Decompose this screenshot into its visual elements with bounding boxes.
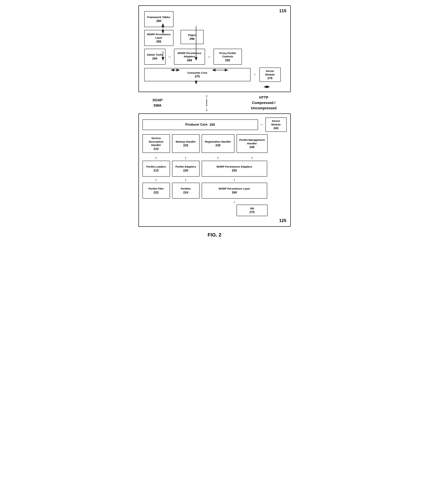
consumer-core-num: 275 bbox=[195, 75, 200, 78]
framework-tables-num: 280 bbox=[156, 19, 161, 23]
handler-row: Service Description Handler 210 Markup H… bbox=[143, 134, 287, 153]
proxy-portlet-controls-box: Proxy Portlet Controls 292 bbox=[214, 49, 242, 65]
portlets-title: Portlets bbox=[181, 187, 191, 190]
wsrp-persistence-adapters-top-box: WSRP Persistence Adapters 288 bbox=[174, 49, 205, 65]
pl-title: Portlet Loaders bbox=[146, 165, 166, 168]
markup-handler-box: Markup Handler 225 bbox=[172, 134, 199, 153]
server-module-top-title: Server Module bbox=[261, 69, 278, 76]
db-row: DB 270 bbox=[143, 205, 287, 216]
wsrp-pa-bottom-box: WSRP Persistence Adapters 255 bbox=[202, 161, 267, 177]
wsrp-pl-bottom-num: 260 bbox=[232, 191, 237, 194]
bottom-box-id: 125 bbox=[279, 218, 286, 223]
wsrp-pa-top-num: 288 bbox=[187, 59, 192, 62]
wsrp-pl-bottom-box: WSRP Persistence Layer 260 bbox=[202, 183, 267, 199]
pmh-num: 240 bbox=[250, 145, 254, 149]
server-module-bottom-title: Server Module bbox=[268, 119, 285, 126]
portlet-management-handler-box: Portlet Management Handler 240 bbox=[237, 134, 268, 153]
wsrp-pl-top-title: WSRP Persistence Layer bbox=[146, 33, 171, 39]
portlets-num: 224 bbox=[183, 191, 188, 194]
server-module-top-num: 276 bbox=[267, 77, 272, 80]
producer-core-box: Producer Core 205 bbox=[143, 119, 258, 130]
pa-title: Portlet Adapters bbox=[175, 165, 196, 168]
arrow-row-3: ↓ bbox=[143, 199, 287, 204]
admin-tools-box: Admin Tools 294 bbox=[144, 49, 166, 65]
bottom-outer-box: 125 Producer Core 205 ↔ Server Module 24… bbox=[138, 113, 291, 227]
arrow-row-2: ↕ ↕ ↕ bbox=[143, 177, 287, 182]
db-num: 270 bbox=[250, 211, 254, 214]
top-box-id: 115 bbox=[279, 8, 286, 13]
pa-num: 220 bbox=[183, 169, 188, 172]
pages-num: 296 bbox=[189, 37, 194, 41]
rh-title: Registration Handler bbox=[205, 140, 231, 143]
vertical-arrow: ↑ ↓ bbox=[205, 94, 208, 112]
pf-title: Portlet Files bbox=[149, 187, 164, 190]
consumer-core-box: Consumer Core 275 bbox=[144, 68, 250, 81]
portlet-files-box: Portlet Files 222 bbox=[143, 183, 170, 199]
wsrp-persistence-layer-top-box: WSRP Persistence Layer 285 bbox=[144, 30, 173, 46]
registration-handler-box: Registration Handler 230 bbox=[202, 134, 234, 153]
sdh-title: Service Description Handler bbox=[145, 136, 168, 147]
rh-num: 230 bbox=[215, 144, 220, 147]
portlet-loaders-box: Portlet Loaders 215 bbox=[143, 161, 170, 177]
framework-tables-title: Framework Tables bbox=[147, 15, 170, 19]
wsrp-pa-bottom-title: WSRP Persistence Adapters bbox=[216, 165, 252, 168]
sdh-num: 210 bbox=[154, 147, 159, 151]
producer-core-num: 205 bbox=[210, 123, 215, 127]
fig-caption: FIG. 2 bbox=[208, 232, 222, 238]
portlets-box: Portlets 224 bbox=[172, 183, 199, 199]
service-description-handler-box: Service Description Handler 210 bbox=[143, 134, 170, 153]
pages-title: Pages bbox=[188, 33, 196, 37]
server-module-bottom-box: Server Module 242 bbox=[265, 117, 287, 132]
wsrp-pa-top-title: WSRP Persistence Adapters bbox=[176, 51, 203, 58]
http-label: HTTP Compressed / Uncompressed bbox=[251, 95, 277, 111]
producer-core-title: Producer Core bbox=[185, 123, 207, 127]
db-title: DB bbox=[250, 207, 254, 210]
pages-box: Pages 296 bbox=[180, 30, 204, 44]
wsrp-pl-bottom-title: WSRP Persistence Layer bbox=[219, 187, 250, 190]
admin-tools-num: 294 bbox=[152, 57, 157, 60]
proxy-portlet-title: Proxy Portlet Controls bbox=[216, 51, 240, 58]
files-portlets-row: Portlet Files 222 Portlets 224 WSRP Pers… bbox=[143, 183, 287, 199]
soap-swa-label: SOAP SWA bbox=[152, 97, 163, 108]
producer-core-row: Producer Core 205 ↔ Server Module 242 bbox=[143, 117, 287, 132]
mh-num: 225 bbox=[183, 144, 188, 147]
arrow-row-1: ↕ ↕ ↕ ↕ bbox=[143, 155, 287, 160]
server-module-bottom-num: 242 bbox=[273, 126, 278, 130]
portlet-adapters-box: Portlet Adapters 220 bbox=[172, 161, 199, 177]
proxy-portlet-num: 292 bbox=[225, 59, 230, 62]
wsrp-pa-bottom-num: 255 bbox=[232, 169, 237, 172]
pmh-title: Portlet Management Handler bbox=[239, 138, 265, 145]
diagram-wrapper: 115 bbox=[138, 5, 291, 238]
connector-area: SOAP SWA ↑ ↓ HTTP Compressed / Uncompres… bbox=[138, 92, 291, 113]
loaders-adapters-row: Portlet Loaders 215 Portlet Adapters 220… bbox=[143, 161, 287, 177]
framework-tables-box: Framework Tables 280 bbox=[144, 11, 173, 27]
pl-num: 215 bbox=[154, 169, 159, 172]
admin-tools-title: Admin Tools bbox=[147, 53, 163, 56]
top-outer-box: 115 bbox=[138, 5, 291, 92]
wsrp-pl-top-num: 285 bbox=[156, 40, 161, 44]
server-module-top-box: Server Module 276 bbox=[259, 68, 281, 82]
mh-title: Markup Handler bbox=[176, 140, 196, 143]
pf-num: 222 bbox=[154, 191, 159, 194]
db-box: DB 270 bbox=[237, 205, 268, 216]
consumer-core-title: Consumer Core bbox=[187, 71, 207, 75]
